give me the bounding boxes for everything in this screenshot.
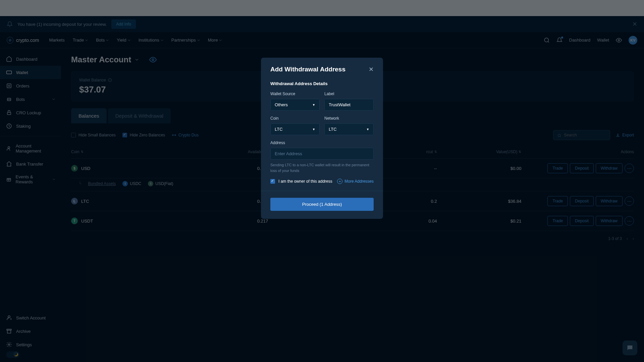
address-label: Address <box>270 140 374 145</box>
more-addresses-link[interactable]: +More Addresses <box>337 179 374 184</box>
address-helper-text: Sending LTC to a non-LTC wallet will res… <box>270 162 374 173</box>
add-withdrawal-address-modal: Add Withdrawal Address ✕ Withdrawal Addr… <box>261 58 383 219</box>
wallet-source-label: Wallet Source <box>270 92 320 96</box>
coin-select[interactable]: LTC▼ <box>270 123 320 135</box>
modal-overlay[interactable]: Add Withdrawal Address ✕ Withdrawal Addr… <box>0 0 644 362</box>
label-label: Label <box>324 92 374 96</box>
label-input[interactable] <box>324 99 374 111</box>
modal-section-label: Withdrawal Address Details <box>270 81 374 86</box>
modal-close-icon[interactable]: ✕ <box>369 66 374 73</box>
network-select[interactable]: LTC▼ <box>324 123 374 135</box>
proceed-button[interactable]: Proceed (1 Address) <box>270 198 374 211</box>
plus-circle-icon: + <box>337 179 342 184</box>
modal-title: Add Withdrawal Address <box>270 66 345 73</box>
wallet-source-select[interactable]: Others▼ <box>270 99 320 111</box>
address-input[interactable] <box>270 148 374 160</box>
network-label: Network <box>324 116 374 121</box>
coin-label: Coin <box>270 116 320 121</box>
owner-checkbox[interactable]: I am the owner of this address <box>270 179 332 184</box>
